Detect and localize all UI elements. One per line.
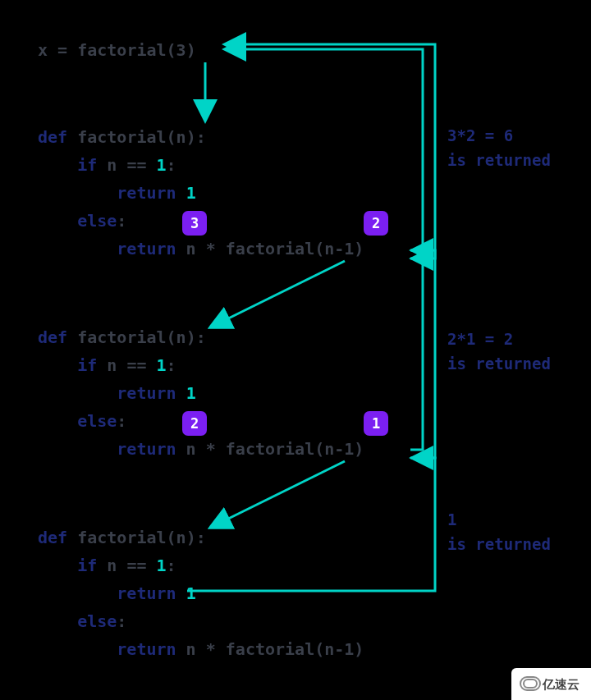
watermark: 亿速云 <box>511 668 591 701</box>
annotation-1: 3*2 = 6is returned <box>447 123 551 173</box>
call-line: x = factorial(3) <box>38 36 196 64</box>
code-block-3: def factorial(n): if n == 1: return 1 el… <box>38 524 364 663</box>
arrow-return-2-inner <box>410 258 423 450</box>
arrow-block1-to-block2 <box>212 261 345 327</box>
badge-arg-2: 2 <box>364 211 388 236</box>
annotation-3: 1is returned <box>447 507 551 557</box>
code-block-1: def factorial(n): if n == 1: return 1 el… <box>38 123 364 263</box>
code-block-2: def factorial(n): if n == 1: return 1 el… <box>38 323 364 463</box>
arrow-return-2-outer <box>410 250 435 458</box>
diagram-stage: x = factorial(3) def factorial(n): if n … <box>0 0 591 700</box>
badge-arg-1: 1 <box>364 411 388 436</box>
var-x: x <box>38 40 48 60</box>
arrow-block2-to-block3 <box>212 461 345 527</box>
badge-n-3: 3 <box>182 211 207 236</box>
annotation-2: 2*1 = 2is returned <box>447 327 551 377</box>
badge-n-2: 2 <box>182 411 207 436</box>
